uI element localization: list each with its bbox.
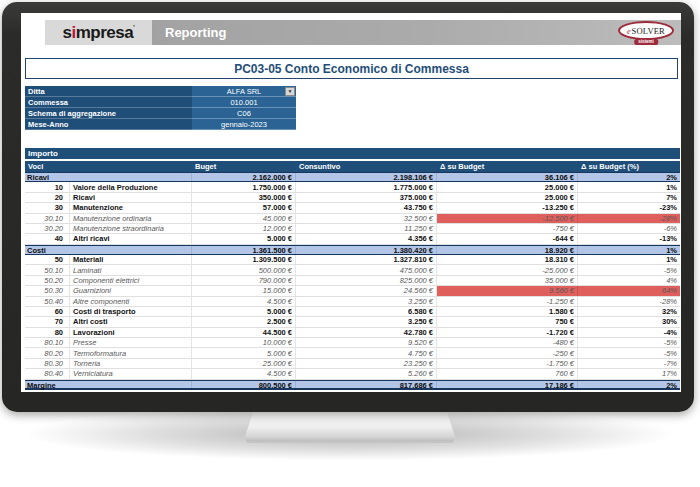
- delta-pct-value: -28%: [578, 214, 680, 223]
- column-header-consuntivo: Consuntivo: [296, 162, 437, 171]
- delta-value: 760 €: [437, 369, 578, 378]
- table-row: 60Costi di trasporto5.000 €6.580 €1.580 …: [25, 307, 680, 317]
- budget-value: 350.000 €: [192, 193, 296, 202]
- chevron-down-icon[interactable]: ▼: [285, 87, 295, 96]
- row-label: Componenti elettrici: [70, 276, 192, 285]
- row-code: 20: [25, 193, 70, 202]
- row-code: 30.10: [25, 214, 70, 223]
- filter-value[interactable]: gennaio-2023: [192, 119, 296, 130]
- consuntivo-value: 43.750 €: [296, 203, 437, 212]
- delta-value: -1.250 €: [437, 297, 578, 306]
- budget-value: 57.000 €: [192, 203, 296, 212]
- row-label: Guarnizioni: [70, 286, 192, 295]
- row-code: 50.40: [25, 297, 70, 306]
- delta-value: -250 €: [437, 348, 578, 357]
- filter-label: Schema di aggregazione: [25, 108, 192, 119]
- consuntivo-value: 1.380.420 €: [296, 246, 437, 255]
- table-row: Costi1.361.500 €1.380.420 €18.920 €1%: [25, 245, 680, 255]
- delta-value: 17.186 €: [437, 381, 578, 390]
- consuntivo-value: 475.000 €: [296, 265, 437, 274]
- delta-value: -1.750 €: [437, 359, 578, 368]
- row-label: Altre componenti: [70, 297, 192, 306]
- delta-value: 35.000 €: [437, 276, 578, 285]
- delta-value: -13.250 €: [437, 203, 578, 212]
- table-row: 40Altri ricavi5.000 €4.356 €-644 €-13%: [25, 234, 680, 244]
- table-row: 50.20Componenti elettrici790.000 €825.00…: [25, 276, 680, 286]
- delta-pct-value: -28%: [578, 297, 680, 306]
- delta-pct-value: -6%: [578, 224, 680, 233]
- budget-value: 800.500 €: [192, 381, 296, 390]
- budget-value: 5.000 €: [192, 234, 296, 243]
- table-row: 80Lavorazioni44.500 €42.780 €-1.720 €-4%: [25, 328, 680, 338]
- budget-value: 44.500 €: [192, 328, 296, 337]
- row-label: Termoformatura: [70, 348, 192, 357]
- report-table-body: Ricavi2.162.000 €2.198.106 €36.106 €2%10…: [25, 172, 680, 390]
- table-row: 20Ricavi350.000 €375.000 €25.000 €7%: [25, 193, 680, 203]
- filter-row: Schema di aggregazioneC06: [25, 108, 296, 119]
- row-label: Valore della Produzione: [70, 182, 192, 191]
- consuntivo-value: 817.686 €: [296, 381, 437, 390]
- budget-value: 5.000 €: [192, 348, 296, 357]
- consuntivo-value: 1.327.810 €: [296, 255, 437, 264]
- table-row: 50Materiali1.309.500 €1.327.810 €18.310 …: [25, 255, 680, 265]
- filter-label: Commessa: [25, 97, 192, 108]
- budget-value: 4.500 €: [192, 369, 296, 378]
- simpresa-logo-text: simpresa’: [62, 24, 134, 41]
- row-label: Altri costi: [70, 317, 192, 326]
- table-column-header: Voci Buget Consuntivo Δ su Budget Δ su B…: [25, 161, 680, 172]
- budget-value: 500.000 €: [192, 265, 296, 274]
- delta-pct-value: 64%: [578, 286, 680, 295]
- row-code: 60: [25, 307, 70, 316]
- app-header: simpresa’ Reporting eSOLVER sistemi: [45, 20, 681, 45]
- consuntivo-value: 9.520 €: [296, 338, 437, 347]
- filter-row: DittaALFA SRL▼: [25, 86, 296, 97]
- screen: simpresa’ Reporting eSOLVER sistemi PC03…: [21, 13, 681, 392]
- row-code: 80: [25, 328, 70, 337]
- delta-value: 18.310 €: [437, 255, 578, 264]
- delta-pct-value: -23%: [578, 203, 680, 212]
- consuntivo-value: 24.560 €: [296, 286, 437, 295]
- delta-pct-value: 32%: [578, 307, 680, 316]
- row-code: 30.20: [25, 224, 70, 233]
- column-header-budget: Buget: [192, 162, 296, 171]
- budget-value: 2.500 €: [192, 317, 296, 326]
- consuntivo-value: 4.356 €: [296, 234, 437, 243]
- delta-value: -480 €: [437, 338, 578, 347]
- filter-value[interactable]: ALFA SRL▼: [192, 86, 296, 97]
- budget-value: 45.000 €: [192, 214, 296, 223]
- delta-pct-value: 2%: [578, 173, 680, 182]
- simpresa-logo: simpresa’: [45, 20, 152, 45]
- row-code: 80.10: [25, 338, 70, 347]
- row-label: Lavorazioni: [70, 328, 192, 337]
- section-label: Costi: [25, 246, 192, 255]
- table-row: 80.10Presse10.000 €9.520 €-480 €-5%: [25, 338, 680, 348]
- report-table: Importo Voci Buget Consuntivo Δ su Budge…: [25, 148, 680, 390]
- row-code: 30: [25, 203, 70, 212]
- app-title[interactable]: Reporting: [165, 25, 618, 40]
- table-row: Ricavi2.162.000 €2.198.106 €36.106 €2%: [25, 172, 680, 182]
- row-label: Manutenzione ordinaria: [70, 214, 192, 223]
- delta-pct-value: -5%: [578, 348, 680, 357]
- monitor-stand: [245, 411, 455, 443]
- delta-value: -750 €: [437, 224, 578, 233]
- row-code: 40: [25, 234, 70, 243]
- filter-value[interactable]: C06: [192, 108, 296, 119]
- filter-panel: DittaALFA SRL▼Commessa010.001Schema di a…: [25, 86, 296, 130]
- row-label: Manutenzione: [70, 203, 192, 212]
- table-row: 50.40Altre componenti4.500 €3.250 €-1.25…: [25, 297, 680, 307]
- row-label: Materiali: [70, 255, 192, 264]
- delta-value: 25.000 €: [437, 182, 578, 191]
- delta-value: -12.500 €: [437, 214, 578, 223]
- consuntivo-value: 3.250 €: [296, 317, 437, 326]
- budget-value: 15.000 €: [192, 286, 296, 295]
- delta-value: -25.000 €: [437, 265, 578, 274]
- table-row: 30Manutenzione57.000 €43.750 €-13.250 €-…: [25, 203, 680, 213]
- section-label: Margine: [25, 381, 192, 390]
- delta-value: 36.106 €: [437, 173, 578, 182]
- delta-pct-value: -5%: [578, 265, 680, 274]
- filter-value[interactable]: 010.001: [192, 97, 296, 108]
- row-code: 50: [25, 255, 70, 264]
- report-title: PC03-05 Conto Economico di Commessa: [25, 58, 678, 79]
- delta-value: 9.560 €: [437, 286, 578, 295]
- row-code: 50.20: [25, 276, 70, 285]
